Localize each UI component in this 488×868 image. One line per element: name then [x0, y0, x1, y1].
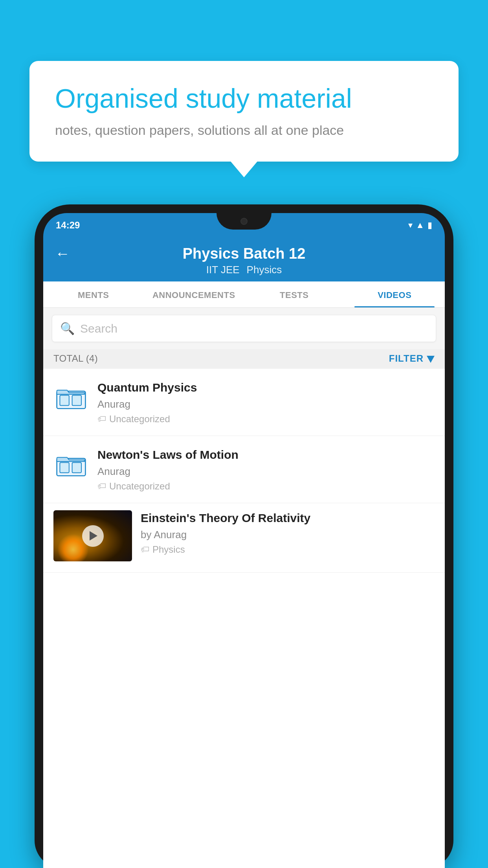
video-info: Quantum Physics Anurag 🏷 Uncategorized — [97, 380, 435, 425]
filter-icon — [427, 356, 435, 363]
header-subject: Physics — [247, 264, 282, 276]
status-bar: 14:29 ▾ ▲ ▮ — [43, 213, 445, 237]
video-tag: 🏷 Uncategorized — [97, 414, 435, 425]
bubble-title: Organised study material — [55, 83, 433, 115]
tab-videos[interactable]: VIDEOS — [345, 281, 445, 307]
tag-icon: 🏷 — [97, 414, 106, 424]
search-icon: 🔍 — [60, 322, 75, 335]
tab-announcements[interactable]: ANNOUNCEMENTS — [144, 281, 244, 307]
phone-screen: ← Physics Batch 12 IIT JEE Physics MENTS… — [43, 237, 445, 868]
header-subtitle: IIT JEE Physics — [206, 264, 282, 276]
tab-ments[interactable]: MENTS — [43, 281, 144, 307]
status-icons: ▾ ▲ ▮ — [408, 220, 432, 230]
play-button[interactable] — [82, 525, 104, 547]
folder-icon — [56, 383, 86, 413]
video-list: Quantum Physics Anurag 🏷 Uncategorized — [43, 369, 445, 868]
header-category: IIT JEE — [206, 264, 240, 276]
video-author: Anurag — [97, 465, 435, 478]
video-title: Newton's Laws of Motion — [97, 447, 435, 462]
video-thumbnail — [53, 510, 132, 561]
search-placeholder: Search — [80, 322, 117, 335]
phone-mockup: 14:29 ▾ ▲ ▮ ← Physics Batch 12 IIT JEE P… — [35, 204, 453, 868]
phone-outer: 14:29 ▾ ▲ ▮ ← Physics Batch 12 IIT JEE P… — [35, 204, 453, 868]
video-info: Einstein's Theory Of Relativity by Anura… — [141, 510, 435, 555]
battery-icon: ▮ — [427, 220, 432, 230]
header-title: Physics Batch 12 — [183, 245, 306, 262]
filter-row: TOTAL (4) FILTER — [43, 349, 445, 369]
list-item[interactable]: Newton's Laws of Motion Anurag 🏷 Uncateg… — [43, 436, 445, 503]
filter-button[interactable]: FILTER — [389, 353, 435, 364]
video-info: Newton's Laws of Motion Anurag 🏷 Uncateg… — [97, 447, 435, 492]
video-title: Einstein's Theory Of Relativity — [141, 510, 435, 526]
play-icon — [90, 531, 97, 541]
svg-rect-5 — [72, 463, 81, 473]
tag-icon: 🏷 — [141, 544, 149, 555]
phone-notch — [216, 213, 272, 230]
folder-icon — [56, 450, 86, 480]
tag-icon: 🏷 — [97, 481, 106, 491]
video-author: by Anurag — [141, 529, 435, 541]
back-button[interactable]: ← — [55, 245, 70, 262]
video-title: Quantum Physics — [97, 380, 435, 395]
wifi-icon: ▾ — [408, 220, 413, 230]
svg-rect-1 — [60, 395, 69, 406]
folder-thumbnail — [53, 380, 89, 416]
video-tag: 🏷 Physics — [141, 544, 435, 555]
video-author: Anurag — [97, 398, 435, 410]
header-row: ← Physics Batch 12 — [55, 245, 433, 262]
total-count: TOTAL (4) — [53, 353, 98, 364]
tab-tests[interactable]: TESTS — [244, 281, 345, 307]
list-item[interactable]: Quantum Physics Anurag 🏷 Uncategorized — [43, 369, 445, 436]
status-time: 14:29 — [56, 220, 80, 231]
signal-icon: ▲ — [416, 220, 424, 230]
app-header: ← Physics Batch 12 IIT JEE Physics — [43, 237, 445, 281]
bubble-subtitle: notes, question papers, solutions all at… — [55, 123, 433, 138]
svg-rect-4 — [60, 463, 69, 473]
list-item[interactable]: Einstein's Theory Of Relativity by Anura… — [43, 503, 445, 573]
folder-thumbnail — [53, 447, 89, 483]
camera-dot — [240, 218, 248, 225]
svg-rect-2 — [72, 395, 81, 406]
tabs-bar: MENTS ANNOUNCEMENTS TESTS VIDEOS — [43, 281, 445, 308]
search-bar[interactable]: 🔍 Search — [52, 315, 436, 342]
speech-bubble: Organised study material notes, question… — [29, 61, 459, 162]
video-tag: 🏷 Uncategorized — [97, 481, 435, 492]
